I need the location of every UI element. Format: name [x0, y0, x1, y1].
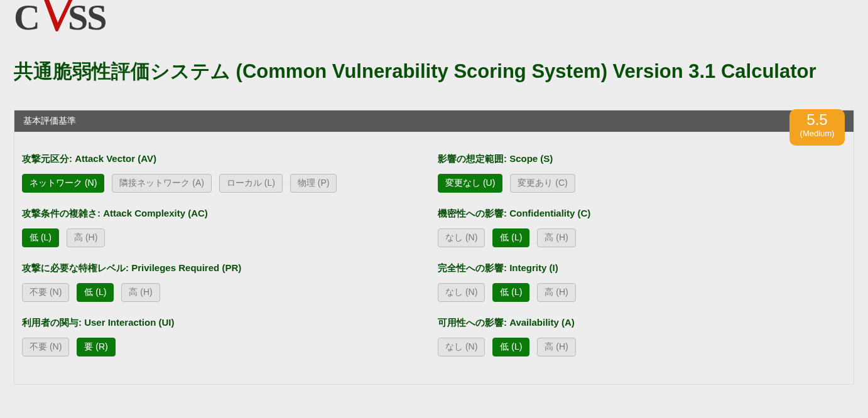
score-severity: (Medium): [789, 129, 845, 138]
metric-options: 不要 (N)要 (R): [22, 338, 430, 356]
panel-title: 基本評価基準: [23, 115, 76, 126]
metric-options: 変更なし (U)変更あり (C): [438, 174, 846, 193]
metric-group: 可用性への影響: Availability (A)なし (N)低 (L)高 (H…: [438, 317, 846, 356]
metric-option[interactable]: 物理 (P): [290, 174, 337, 193]
metric-group: 影響の想定範囲: Scope (S)変更なし (U)変更あり (C): [438, 153, 846, 193]
metric-option[interactable]: 高 (H): [67, 228, 105, 247]
metric-option[interactable]: 変更あり (C): [510, 174, 575, 193]
page-title: 共通脆弱性評価システム (Common Vulnerability Scorin…: [14, 58, 854, 85]
metric-options: 低 (L)高 (H): [22, 228, 430, 247]
metric-option[interactable]: 隣接ネットワーク (A): [112, 174, 212, 193]
metric-option[interactable]: 高 (H): [537, 283, 575, 302]
metric-group: 完全性への影響: Integrity (I)なし (N)低 (L)高 (H): [438, 262, 846, 302]
metric-title: 機密性への影響: Confidentiality (C): [438, 208, 846, 220]
metric-options: 不要 (N)低 (L)高 (H): [22, 283, 430, 302]
metric-option[interactable]: なし (N): [438, 228, 485, 247]
metric-option[interactable]: 不要 (N): [22, 338, 69, 356]
metric-group: 攻撃に必要な特権レベル: Privileges Required (PR)不要 …: [22, 262, 430, 302]
metric-option[interactable]: 低 (L): [77, 283, 114, 302]
panel-header: 基本評価基準 5.5 (Medium): [14, 110, 854, 132]
metric-option[interactable]: 低 (L): [492, 283, 529, 302]
metric-option[interactable]: なし (N): [438, 283, 485, 302]
metric-option[interactable]: 高 (H): [537, 228, 575, 247]
score-badge: 5.5 (Medium): [789, 109, 845, 146]
metric-group: 機密性への影響: Confidentiality (C)なし (N)低 (L)高…: [438, 208, 846, 247]
base-metrics-panel: 基本評価基準 5.5 (Medium) 攻撃元区分: Attack Vector…: [14, 110, 854, 385]
metric-option[interactable]: ネットワーク (N): [22, 174, 104, 193]
metric-option[interactable]: 低 (L): [492, 338, 529, 356]
metric-options: なし (N)低 (L)高 (H): [438, 283, 846, 302]
metric-title: 利用者の関与: User Interaction (UI): [22, 317, 430, 329]
metric-group: 攻撃条件の複雑さ: Attack Complexity (AC)低 (L)高 (…: [22, 208, 430, 247]
metric-option[interactable]: ローカル (L): [219, 174, 283, 193]
metric-option[interactable]: 低 (L): [22, 228, 59, 247]
metric-option[interactable]: 高 (H): [537, 338, 575, 356]
logo-text-c: C: [14, 0, 39, 38]
cvss-logo: C SS: [14, 0, 108, 36]
metric-option[interactable]: 不要 (N): [22, 283, 69, 302]
metric-option[interactable]: 要 (R): [77, 338, 115, 356]
metric-option[interactable]: なし (N): [438, 338, 485, 356]
metric-title: 影響の想定範囲: Scope (S): [438, 153, 846, 165]
metric-options: ネットワーク (N)隣接ネットワーク (A)ローカル (L)物理 (P): [22, 174, 430, 193]
metric-option[interactable]: 高 (H): [121, 283, 160, 302]
metric-group: 利用者の関与: User Interaction (UI)不要 (N)要 (R): [22, 317, 430, 356]
metric-title: 可用性への影響: Availability (A): [438, 317, 846, 329]
metric-title: 攻撃条件の複雑さ: Attack Complexity (AC): [22, 208, 430, 220]
logo-text-ss: SS: [68, 0, 106, 38]
metric-title: 攻撃に必要な特権レベル: Privileges Required (PR): [22, 262, 430, 274]
score-value: 5.5: [789, 112, 845, 128]
metric-option[interactable]: 変更なし (U): [438, 174, 502, 193]
metric-group: 攻撃元区分: Attack Vector (AV)ネットワーク (N)隣接ネット…: [22, 153, 430, 193]
metric-title: 攻撃元区分: Attack Vector (AV): [22, 153, 430, 165]
metric-options: なし (N)低 (L)高 (H): [438, 228, 846, 247]
metric-title: 完全性への影響: Integrity (I): [438, 262, 846, 274]
metric-options: なし (N)低 (L)高 (H): [438, 338, 846, 356]
metric-option[interactable]: 低 (L): [492, 228, 529, 247]
